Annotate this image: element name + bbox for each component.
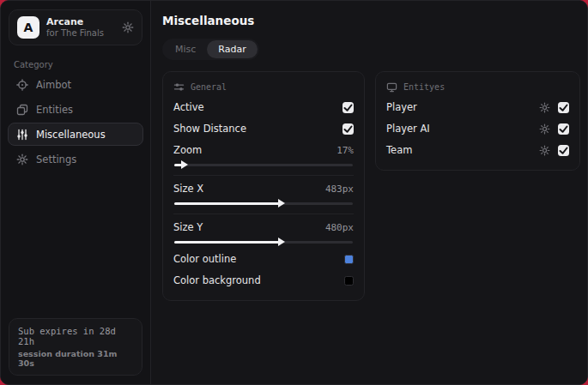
page-title: Miscellaneous xyxy=(162,14,580,27)
toggle-label: Active xyxy=(173,101,204,113)
general-panel-header: General xyxy=(173,81,354,93)
tab-bar: Misc Radar xyxy=(162,39,259,60)
gear-icon xyxy=(16,153,28,165)
entity-controls xyxy=(539,123,569,135)
slider-label: Size X xyxy=(173,183,203,195)
brand-card: A Arcane for The Finals xyxy=(9,9,142,45)
sidebar-item-label: Entities xyxy=(36,104,73,116)
app-window: A Arcane for The Finals Category Aimbot xyxy=(0,0,588,385)
sliders-vertical-icon xyxy=(16,129,28,141)
category-label: Category xyxy=(14,60,150,69)
entities-panel: Entityes Player Player AI xyxy=(375,71,580,171)
sidebar-nav: Aimbot Entities Miscellaneous Settings xyxy=(1,73,150,171)
slider-label: Zoom xyxy=(173,144,202,156)
sidebar-item-label: Miscellaneous xyxy=(36,129,106,141)
slider-row-zoom: Zoom 17% xyxy=(173,141,354,159)
brand-title: Arcane xyxy=(46,16,115,28)
stack-icon xyxy=(16,104,28,116)
session-duration-text: session duration 31m 30s xyxy=(18,349,133,368)
size-y-value: 480px xyxy=(325,222,354,233)
entities-panel-title: Entityes xyxy=(403,82,445,92)
player-ai-checkbox[interactable] xyxy=(558,123,569,135)
entity-label: Team xyxy=(386,144,412,156)
brand-subtitle: for The Finals xyxy=(46,28,115,39)
show-distance-checkbox[interactable] xyxy=(342,123,354,135)
entity-label: Player xyxy=(386,101,417,113)
slider-thumb[interactable] xyxy=(278,238,285,246)
tab-misc[interactable]: Misc xyxy=(164,40,207,58)
entity-row-player: Player xyxy=(386,98,569,117)
entity-label: Player AI xyxy=(386,123,430,135)
tab-radar[interactable]: Radar xyxy=(207,40,257,58)
crosshair-icon xyxy=(16,79,28,91)
sub-expiry-text: Sub expires in 28d 21h xyxy=(18,326,133,346)
toggle-row-show-distance: Show Distance xyxy=(173,119,354,138)
gear-icon[interactable] xyxy=(539,145,550,156)
monitor-icon xyxy=(386,81,397,93)
color-row-outline: Color outline xyxy=(173,250,354,268)
sidebar: A Arcane for The Finals Category Aimbot xyxy=(1,1,151,384)
entity-controls xyxy=(539,145,569,156)
sidebar-item-aimbot[interactable]: Aimbot xyxy=(8,73,143,96)
sidebar-item-entities[interactable]: Entities xyxy=(8,98,143,121)
color-label: Color outline xyxy=(173,253,236,265)
slider-track xyxy=(174,241,353,244)
entity-row-player-ai: Player AI xyxy=(386,119,569,138)
entity-controls xyxy=(539,102,569,113)
size-x-slider[interactable] xyxy=(174,199,353,208)
slider-fill xyxy=(174,241,282,244)
brand-logo: A xyxy=(17,16,39,39)
zoom-value: 17% xyxy=(336,145,354,156)
player-checkbox[interactable] xyxy=(558,102,569,113)
team-checkbox[interactable] xyxy=(558,145,569,156)
slider-thumb[interactable] xyxy=(181,160,188,169)
size-y-slider[interactable] xyxy=(174,238,353,246)
gear-icon[interactable] xyxy=(539,123,550,135)
main-content: Miscellaneous Misc Radar General Active xyxy=(151,1,588,384)
slider-track xyxy=(174,164,353,166)
slider-thumb[interactable] xyxy=(278,199,285,208)
sidebar-item-label: Settings xyxy=(36,153,76,165)
entity-row-team: Team xyxy=(386,141,569,159)
sidebar-item-settings[interactable]: Settings xyxy=(8,147,143,171)
toggle-row-active: Active xyxy=(173,98,354,117)
size-x-value: 483px xyxy=(325,183,354,195)
gear-icon[interactable] xyxy=(539,102,550,113)
slider-label: Size Y xyxy=(173,221,203,233)
entities-panel-header: Entityes xyxy=(386,81,569,93)
gear-icon[interactable] xyxy=(122,21,134,33)
slider-fill xyxy=(174,164,185,166)
sidebar-item-label: Aimbot xyxy=(36,79,71,91)
slider-row-size-x: Size X 483px xyxy=(173,179,354,198)
general-panel-title: General xyxy=(191,82,227,92)
zoom-slider[interactable] xyxy=(174,160,353,169)
active-checkbox[interactable] xyxy=(342,102,354,113)
color-background-swatch[interactable] xyxy=(344,276,354,286)
general-panel: General Active Show Distance Zoom xyxy=(162,71,365,301)
divider xyxy=(173,175,354,176)
panels-row: General Active Show Distance Zoom xyxy=(162,71,580,301)
subscription-card: Sub expires in 28d 21h session duration … xyxy=(9,318,142,376)
slider-track xyxy=(174,202,353,205)
toggle-label: Show Distance xyxy=(173,123,246,135)
color-row-background: Color background xyxy=(173,271,354,290)
sidebar-item-miscellaneous[interactable]: Miscellaneous xyxy=(8,123,143,146)
divider xyxy=(173,214,354,214)
color-label: Color background xyxy=(173,274,261,286)
slider-row-size-y: Size Y 480px xyxy=(173,218,354,237)
sliders-horizontal-icon xyxy=(173,81,185,93)
brand-text: Arcane for The Finals xyxy=(46,16,115,39)
slider-fill xyxy=(174,202,282,205)
color-outline-swatch[interactable] xyxy=(344,255,354,264)
